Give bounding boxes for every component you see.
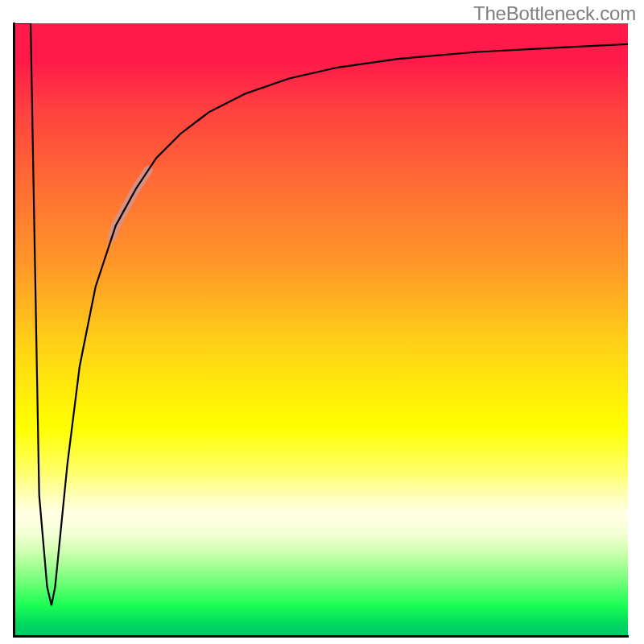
- chart-stage: TheBottleneck.com: [0, 0, 644, 644]
- watermark-text: TheBottleneck.com: [473, 2, 636, 25]
- y-axis: [13, 23, 15, 638]
- x-axis: [14, 635, 629, 638]
- chart-svg: [15, 23, 628, 636]
- curve-highlight-segment: [112, 170, 148, 237]
- bottleneck-curve: [15, 23, 628, 605]
